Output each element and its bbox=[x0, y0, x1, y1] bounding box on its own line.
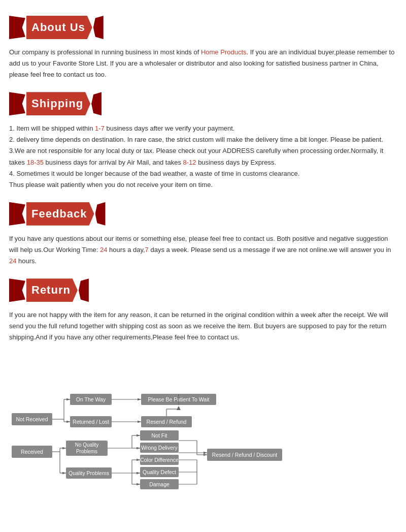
shipping-title: Shipping bbox=[31, 97, 83, 110]
feedback-text-4: hours. bbox=[16, 257, 37, 265]
svg-text:Received: Received bbox=[21, 449, 43, 455]
shipping-text-1a: 1. Item will be shipped within bbox=[9, 124, 95, 132]
svg-text:Quality Problems: Quality Problems bbox=[69, 470, 109, 476]
about-us-header: About Us bbox=[9, 14, 397, 41]
feedback-header: Feedback bbox=[9, 201, 397, 227]
shipping-days-3: 8-12 bbox=[183, 159, 196, 166]
about-us-banner: About Us bbox=[9, 14, 104, 41]
about-home-products-link[interactable]: Home Products bbox=[201, 48, 247, 56]
feedback-text-2: hours a day, bbox=[107, 246, 145, 254]
flowchart-svg: Not Received On The Way Returned / Lost … bbox=[9, 363, 395, 490]
shipping-banner-bg: Shipping bbox=[26, 92, 90, 115]
svg-text:On The Way: On The Way bbox=[76, 396, 106, 402]
svg-text:No Quality: No Quality bbox=[75, 442, 99, 448]
feedback-banner: Feedback bbox=[9, 201, 106, 227]
return-title: Return bbox=[31, 284, 71, 297]
svg-text:Problems: Problems bbox=[76, 449, 97, 454]
shipping-item-4: 4. Sometimes it would be longer because … bbox=[9, 168, 397, 179]
svg-text:Resend / Refund / Discount: Resend / Refund / Discount bbox=[212, 452, 277, 458]
shipping-banner-right bbox=[91, 92, 101, 115]
shipping-item-5: Thus please wait patiently when you do n… bbox=[9, 179, 397, 191]
shipping-text: 1. Item will be shipped within 1-7 busin… bbox=[9, 123, 397, 191]
shipping-text-3c: business days by Express. bbox=[196, 159, 277, 166]
feedback-title: Feedback bbox=[31, 207, 87, 221]
feedback-days: 7 bbox=[145, 246, 149, 254]
about-text-1: Our company is professional in running b… bbox=[9, 48, 201, 56]
shipping-banner: Shipping bbox=[9, 90, 101, 117]
return-banner: Return bbox=[9, 277, 89, 303]
svg-text:Wrong Delivery: Wrong Delivery bbox=[141, 445, 178, 451]
shipping-days-1: 1-7 bbox=[95, 124, 105, 132]
return-banner-bg: Return bbox=[26, 278, 78, 302]
svg-text:Not Received: Not Received bbox=[16, 416, 48, 422]
shipping-text-3b: business days for arrival by Air Mail, a… bbox=[44, 159, 183, 166]
flowchart: Not Received On The Way Returned / Lost … bbox=[9, 363, 395, 490]
shipping-item-1: 1. Item will be shipped within 1-7 busin… bbox=[9, 123, 397, 134]
feedback-banner-left bbox=[9, 202, 25, 226]
shipping-item-3: 3.We are not responsible for any local d… bbox=[9, 145, 397, 168]
banner-left-deco bbox=[9, 16, 25, 39]
return-header: Return bbox=[9, 277, 397, 303]
shipping-text-1b: business days after we verify your payme… bbox=[105, 124, 235, 132]
feedback-text-3: days a week. Please send us a message if… bbox=[149, 246, 391, 254]
svg-text:Not Fit: Not Fit bbox=[152, 432, 167, 439]
about-us-title: About Us bbox=[31, 21, 85, 34]
feedback-banner-bg: Feedback bbox=[26, 202, 94, 226]
svg-text:Resend / Refund: Resend / Refund bbox=[147, 419, 187, 425]
shipping-days-2: 18-35 bbox=[27, 159, 44, 166]
return-text: If you are not happy with the item for a… bbox=[9, 309, 397, 343]
return-banner-right bbox=[79, 278, 89, 302]
feedback-hours-2: 24 bbox=[9, 257, 16, 265]
svg-marker-40 bbox=[177, 406, 181, 410]
svg-text:Color Difference: Color Difference bbox=[140, 457, 179, 463]
banner-right-deco bbox=[93, 16, 104, 39]
svg-text:Returned / Lost: Returned / Lost bbox=[73, 419, 109, 425]
banner-bg: About Us bbox=[26, 16, 92, 39]
feedback-banner-right bbox=[95, 202, 106, 226]
shipping-header: Shipping bbox=[9, 90, 397, 117]
shipping-banner-left bbox=[9, 92, 25, 115]
svg-text:Quality Defect: Quality Defect bbox=[143, 469, 176, 475]
return-banner-left bbox=[9, 278, 25, 302]
svg-text:Damage: Damage bbox=[149, 481, 170, 487]
page-content: About Us Our company is professional in … bbox=[0, 0, 406, 495]
about-us-text: Our company is professional in running b… bbox=[9, 47, 397, 80]
shipping-item-2: 2. delivery time depends on destination.… bbox=[9, 134, 397, 145]
feedback-hours-1: 24 bbox=[100, 246, 107, 254]
feedback-text: If you have any questions about our item… bbox=[9, 233, 397, 267]
